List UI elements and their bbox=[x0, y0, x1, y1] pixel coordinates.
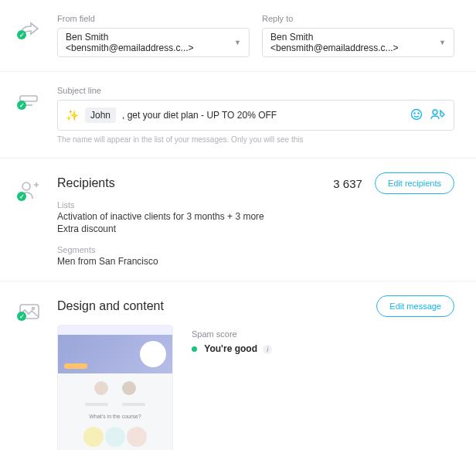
edit-message-button[interactable]: Edit message bbox=[376, 295, 454, 317]
list-item: Extra discount bbox=[57, 223, 454, 234]
chevron-down-icon: ▼ bbox=[234, 39, 241, 46]
replyto-value: Ben Smith <bensmith@emailaddress.c...> bbox=[270, 32, 439, 53]
edit-recipients-button[interactable]: Edit recipients bbox=[375, 172, 454, 194]
recipients-title: Recipients bbox=[57, 176, 115, 190]
svg-point-2 bbox=[412, 109, 422, 119]
check-badge-icon: ✓ bbox=[17, 192, 26, 201]
subject-hint: The name will appear in the list of your… bbox=[57, 135, 454, 144]
email-preview-thumbnail[interactable]: What's in the course? bbox=[57, 325, 173, 450]
emoji-icon[interactable] bbox=[410, 108, 423, 123]
check-badge-icon: ✓ bbox=[17, 30, 26, 39]
recipients-count: 3 637 bbox=[333, 177, 362, 190]
replyto-label: Reply to bbox=[262, 14, 454, 23]
chevron-down-icon: ▼ bbox=[439, 39, 446, 46]
check-badge-icon: ✓ bbox=[17, 312, 26, 321]
svg-point-4 bbox=[418, 112, 419, 113]
svg-point-5 bbox=[433, 110, 437, 114]
segments-label: Segments bbox=[57, 245, 454, 254]
list-item: Activation of inactive clients for 3 mon… bbox=[57, 211, 454, 222]
svg-point-10 bbox=[32, 308, 35, 310]
status-dot-icon bbox=[192, 346, 197, 352]
from-label: From field bbox=[57, 14, 250, 23]
subject-text: , get your diet plan - UP TO 20% OFF bbox=[122, 110, 404, 121]
spam-score-status: You're good i bbox=[192, 343, 272, 354]
check-badge-icon: ✓ bbox=[17, 101, 26, 110]
info-icon[interactable]: i bbox=[263, 345, 272, 354]
svg-point-6 bbox=[22, 182, 30, 190]
design-title: Design and content bbox=[57, 299, 164, 313]
subject-input[interactable]: ✨ John , get your diet plan - UP TO 20% … bbox=[57, 100, 454, 131]
personalize-icon[interactable] bbox=[430, 108, 446, 123]
from-value: Ben Smith <bensmith@emailaddress.c...> bbox=[66, 32, 234, 53]
spam-score-label: Spam score bbox=[192, 329, 272, 339]
svg-point-3 bbox=[414, 112, 415, 113]
sparkle-icon: ✨ bbox=[66, 109, 79, 121]
from-select[interactable]: Ben Smith <bensmith@emailaddress.c...> ▼ bbox=[57, 28, 250, 57]
merge-tag-chip[interactable]: John bbox=[85, 107, 116, 123]
lists-label: Lists bbox=[57, 200, 454, 210]
replyto-select[interactable]: Ben Smith <bensmith@emailaddress.c...> ▼ bbox=[262, 28, 454, 57]
segment-item: Men from San Francisco bbox=[57, 256, 454, 267]
subject-label: Subject line bbox=[57, 86, 454, 95]
